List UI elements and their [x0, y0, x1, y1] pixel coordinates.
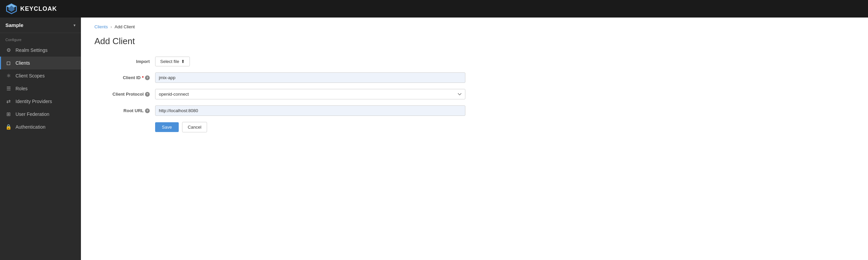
client-id-label: Client ID * ?	[94, 75, 155, 80]
authentication-icon: 🔒	[5, 124, 11, 130]
client-protocol-help-icon[interactable]: ?	[145, 92, 150, 97]
root-url-label: Root URL ?	[94, 108, 155, 113]
client-protocol-control: openid-connect saml	[155, 89, 465, 99]
sidebar-item-label-clients: Clients	[16, 60, 30, 66]
upload-icon: ⬆	[181, 59, 185, 64]
sidebar-item-roles[interactable]: ☰ Roles	[0, 82, 81, 95]
sidebar-item-authentication[interactable]: 🔒 Authentication	[0, 121, 81, 133]
sidebar-item-identity-providers[interactable]: ⇄ Identity Providers	[0, 95, 81, 108]
sidebar-item-label-realm-settings: Realm Settings	[16, 47, 48, 53]
breadcrumb-current: Add Client	[115, 24, 135, 29]
realm-settings-icon: ⚙	[5, 47, 11, 53]
breadcrumb: Clients › Add Client	[94, 24, 855, 29]
breadcrumb-clients-link[interactable]: Clients	[94, 24, 108, 29]
add-client-form: Import Select file ⬆ Client ID * ?	[94, 57, 465, 132]
client-protocol-label: Client Protocol ?	[94, 92, 155, 97]
clients-icon: ◻	[5, 60, 11, 66]
sidebar-item-client-scopes[interactable]: ⚛ Client Scopes	[0, 69, 81, 82]
import-control: Select file ⬆	[155, 57, 465, 66]
form-row-root-url: Root URL ?	[94, 105, 465, 116]
sidebar-item-label-user-federation: User Federation	[16, 111, 49, 117]
logo-area: KEYCLOAK	[5, 3, 57, 15]
sidebar-item-realm-settings[interactable]: ⚙ Realm Settings	[0, 44, 81, 57]
sidebar: Sample ▾ Configure ⚙ Realm Settings ◻ Cl…	[0, 18, 81, 260]
identity-providers-icon: ⇄	[5, 98, 11, 104]
sidebar-item-label-identity-providers: Identity Providers	[16, 99, 52, 104]
page-title: Add Client	[94, 36, 855, 46]
realm-selector[interactable]: Sample ▾	[0, 18, 81, 33]
save-button[interactable]: Save	[155, 122, 179, 132]
form-row-client-protocol: Client Protocol ? openid-connect saml	[94, 89, 465, 99]
keycloak-logo-icon	[5, 3, 18, 15]
roles-icon: ☰	[5, 86, 11, 92]
sidebar-item-label-client-scopes: Client Scopes	[16, 73, 45, 78]
client-id-control	[155, 72, 465, 83]
realm-chevron-icon: ▾	[74, 23, 76, 28]
user-federation-icon: ⊞	[5, 111, 11, 117]
form-row-client-id: Client ID * ?	[94, 72, 465, 83]
realm-name: Sample	[5, 22, 23, 28]
client-scopes-icon: ⚛	[5, 73, 11, 79]
breadcrumb-separator: ›	[111, 25, 112, 29]
root-url-control	[155, 105, 465, 116]
app-name: KEYCLOAK	[20, 5, 57, 12]
root-url-help-icon[interactable]: ?	[145, 108, 150, 113]
content-area: Clients › Add Client Add Client Import S…	[81, 18, 868, 260]
client-id-input[interactable]	[155, 72, 465, 83]
import-label: Import	[94, 59, 155, 64]
root-url-input[interactable]	[155, 105, 465, 116]
client-id-help-icon[interactable]: ?	[145, 75, 150, 80]
form-actions: Save Cancel	[155, 122, 465, 132]
required-star: *	[142, 75, 144, 80]
sidebar-section-configure: Configure	[0, 33, 81, 44]
select-file-button[interactable]: Select file ⬆	[155, 57, 190, 66]
sidebar-item-user-federation[interactable]: ⊞ User Federation	[0, 108, 81, 121]
cancel-button[interactable]: Cancel	[182, 122, 207, 132]
top-nav: KEYCLOAK	[0, 0, 868, 18]
sidebar-item-label-authentication: Authentication	[16, 124, 46, 130]
sidebar-item-clients[interactable]: ◻ Clients	[0, 57, 81, 69]
form-row-import: Import Select file ⬆	[94, 57, 465, 66]
client-protocol-select[interactable]: openid-connect saml	[155, 89, 465, 99]
sidebar-item-label-roles: Roles	[16, 86, 28, 91]
